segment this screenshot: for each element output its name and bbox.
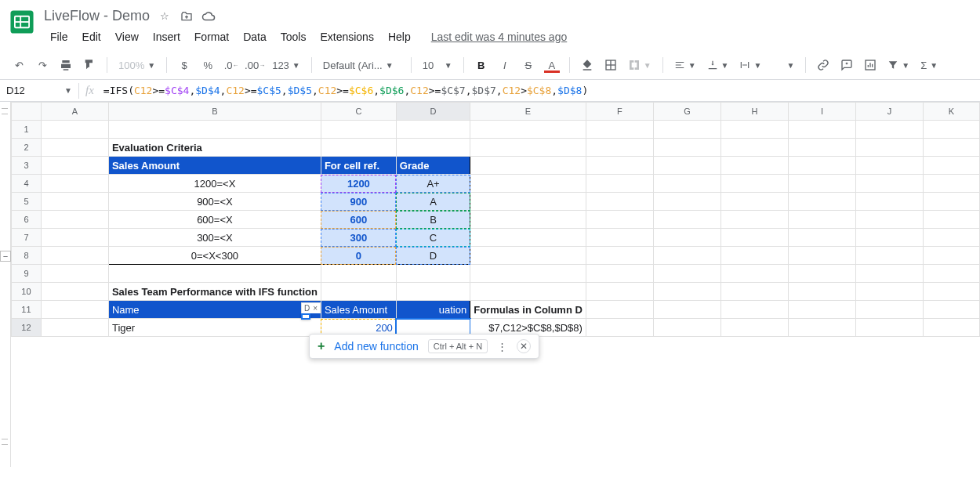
wrap-button[interactable]: ▼	[735, 54, 766, 76]
cell[interactable]	[470, 121, 586, 139]
cell[interactable]	[653, 139, 720, 157]
cell[interactable]: D	[396, 247, 470, 265]
chart-button[interactable]	[859, 54, 881, 76]
cell[interactable]	[720, 283, 788, 301]
cell[interactable]	[788, 283, 855, 301]
cell[interactable]	[855, 247, 923, 265]
cell[interactable]	[923, 139, 979, 157]
cell[interactable]	[653, 265, 720, 283]
cell[interactable]	[41, 157, 108, 175]
cell[interactable]: 0	[321, 247, 396, 265]
halign-button[interactable]: ▼	[670, 54, 701, 76]
cell[interactable]	[923, 229, 979, 247]
paintformat-button[interactable]	[78, 54, 100, 76]
group-gutter[interactable]: −	[0, 102, 11, 467]
col-header[interactable]: D	[396, 103, 470, 121]
zoom-combo[interactable]: 100%▼	[114, 54, 160, 76]
cell[interactable]	[470, 265, 586, 283]
cell[interactable]	[855, 319, 923, 337]
comment-button[interactable]	[836, 54, 858, 76]
row-header[interactable]: 6	[12, 211, 42, 229]
cell[interactable]	[470, 175, 586, 193]
cell[interactable]	[855, 301, 923, 319]
percent-button[interactable]: %	[197, 54, 219, 76]
cell[interactable]	[788, 319, 855, 337]
cell[interactable]: C	[396, 229, 470, 247]
fillcolor-button[interactable]	[576, 54, 598, 76]
cell[interactable]	[720, 319, 788, 337]
cell[interactable]	[41, 139, 108, 157]
cell[interactable]: Sales Amount	[108, 157, 321, 175]
menu-edit[interactable]: Edit	[76, 27, 107, 46]
cell[interactable]	[720, 121, 788, 139]
col-header[interactable]: G	[653, 103, 720, 121]
select-all-corner[interactable]	[12, 103, 42, 121]
cell[interactable]	[41, 301, 108, 319]
cell[interactable]	[855, 283, 923, 301]
cell[interactable]: For cell ref.	[321, 157, 396, 175]
row-header[interactable]: 11	[12, 301, 42, 319]
cell[interactable]	[653, 121, 720, 139]
more-icon[interactable]: ⋮	[497, 341, 507, 353]
textcolor-button[interactable]: A	[541, 54, 563, 76]
row-header[interactable]: 5	[12, 193, 42, 211]
cell[interactable]	[41, 175, 108, 193]
cell[interactable]	[470, 229, 586, 247]
cell[interactable]	[788, 175, 855, 193]
cell[interactable]: A+	[396, 175, 470, 193]
borders-button[interactable]	[600, 54, 622, 76]
cell[interactable]	[855, 193, 923, 211]
cell[interactable]	[586, 175, 653, 193]
cell[interactable]: 1200=<X	[108, 175, 321, 193]
cell[interactable]: Sales Amount	[321, 301, 396, 319]
cell[interactable]	[653, 175, 720, 193]
cell[interactable]	[586, 319, 653, 337]
cell[interactable]	[41, 265, 108, 283]
cell[interactable]	[321, 121, 396, 139]
cell[interactable]: Tiger	[108, 319, 321, 337]
cell[interactable]	[586, 229, 653, 247]
cell[interactable]: A	[396, 193, 470, 211]
col-header[interactable]: I	[788, 103, 855, 121]
fontsize-combo[interactable]: 10▼	[418, 54, 457, 76]
cell[interactable]	[720, 229, 788, 247]
print-button[interactable]	[55, 54, 77, 76]
cell[interactable]	[470, 139, 586, 157]
cell[interactable]	[855, 229, 923, 247]
strike-button[interactable]: S	[517, 54, 539, 76]
cell[interactable]	[720, 193, 788, 211]
cell[interactable]: 600	[321, 211, 396, 229]
cell[interactable]	[470, 247, 586, 265]
cell[interactable]	[586, 283, 653, 301]
col-header[interactable]: H	[720, 103, 788, 121]
cell[interactable]	[923, 265, 979, 283]
last-edit-hint[interactable]: Last edit was 4 minutes ago	[425, 27, 574, 46]
cell[interactable]	[720, 211, 788, 229]
redo-button[interactable]: ↷	[31, 54, 53, 76]
rotate-button[interactable]: ▼	[768, 54, 799, 76]
undo-button[interactable]: ↶	[8, 54, 30, 76]
italic-button[interactable]: I	[494, 54, 516, 76]
cell[interactable]	[321, 283, 396, 301]
cell[interactable]	[653, 301, 720, 319]
cell[interactable]	[586, 211, 653, 229]
cell[interactable]	[470, 211, 586, 229]
cell[interactable]	[586, 121, 653, 139]
cell[interactable]	[41, 247, 108, 265]
numformat-combo[interactable]: 123▼	[267, 54, 305, 76]
row-header[interactable]: 8	[12, 247, 42, 265]
dec-decrease-button[interactable]: .0←	[220, 54, 242, 76]
cell[interactable]: 0=<X<300	[108, 247, 321, 265]
menu-format[interactable]: Format	[188, 27, 235, 46]
cell[interactable]	[41, 211, 108, 229]
cell[interactable]	[720, 301, 788, 319]
cell[interactable]	[41, 283, 108, 301]
cell[interactable]	[470, 193, 586, 211]
cell[interactable]	[586, 193, 653, 211]
dec-increase-button[interactable]: .00→	[244, 54, 266, 76]
cell[interactable]	[923, 283, 979, 301]
row-header[interactable]: 2	[12, 139, 42, 157]
cell[interactable]	[855, 175, 923, 193]
cell[interactable]	[108, 121, 321, 139]
close-helper-icon[interactable]: ✕	[517, 339, 531, 353]
